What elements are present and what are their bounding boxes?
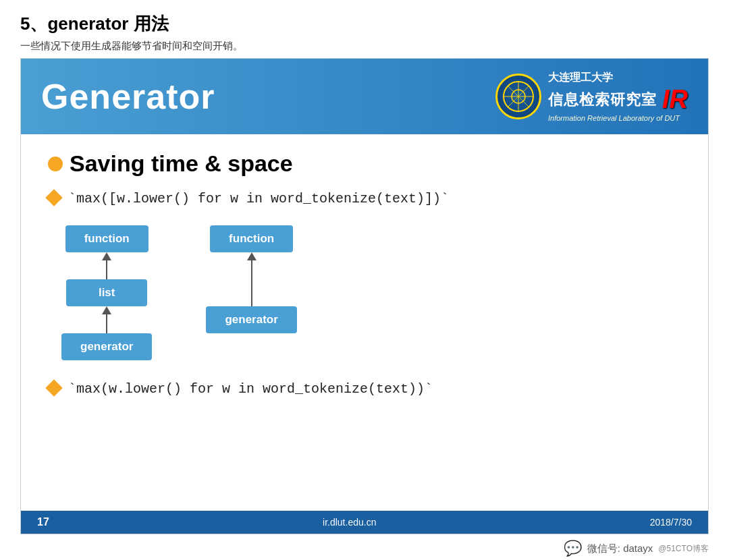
bullet2-code: `max(w.lower() for w in word_tokenize(te…: [68, 379, 433, 399]
diag-left-list: list: [66, 279, 147, 306]
arrow-shaft-right: [251, 260, 252, 306]
arrow-shaft-left-top: [106, 260, 107, 279]
diagram-area: function list generator function: [61, 225, 681, 360]
footer-right-group: 2018/7/30: [650, 517, 692, 528]
logo-lab-en: Information Retrieval Laboratory of DUT: [548, 114, 680, 122]
footer-date: 2018/7/30: [650, 517, 692, 528]
slide-header: Generator 大连理工大学 信息检索研究室: [21, 59, 708, 134]
slide-footer: 17 ir.dlut.edu.cn 2018/7/30: [21, 511, 708, 534]
bullet-item-2: `max(w.lower() for w in word_tokenize(te…: [48, 379, 681, 399]
slide-header-logo: 大连理工大学 信息检索研究室 IR Information Retrieval …: [495, 71, 688, 122]
diag-left-generator: generator: [61, 333, 152, 360]
bullet-item-1: `max([w.lower() for w in word_tokenize(t…: [48, 189, 681, 209]
footer-url: ir.dlut.edu.cn: [323, 517, 376, 528]
page-wrapper: 5、generator 用法 一些情况下使用生成器能够节省时间和空间开销。 Ge…: [0, 0, 729, 560]
diag-right-generator: generator: [206, 306, 296, 333]
source-label: @51CTO博客: [658, 543, 709, 555]
slide-body: Saving time & space `max([w.lower() for …: [21, 134, 708, 511]
orange-bullet-icon: [48, 157, 63, 171]
diag-right-function: function: [210, 225, 293, 252]
diamond-bullet-icon-1: [45, 189, 62, 206]
diagram-right: function generator: [206, 225, 296, 333]
university-emblem: [502, 80, 535, 113]
arrow-shaft-left-bot: [106, 314, 107, 333]
wechat-icon: 💬: [564, 540, 582, 557]
arrow-left-top: [102, 252, 111, 279]
diamond-bullet-icon-2: [45, 379, 62, 396]
arrow-left-bot: [102, 306, 111, 333]
top-area: 5、generator 用法 一些情况下使用生成器能够节省时间和空间开销。: [0, 0, 729, 58]
bullet1-code: `max([w.lower() for w in word_tokenize(t…: [68, 189, 449, 209]
slide-container: Generator 大连理工大学 信息检索研究室: [20, 58, 709, 534]
page-subtitle: 一些情况下使用生成器能够节省时间和空间开销。: [20, 40, 709, 53]
slide-title: Generator: [41, 76, 215, 117]
logo-text-block: 大连理工大学 信息检索研究室 IR Information Retrieval …: [548, 71, 688, 122]
saving-title-row: Saving time & space: [48, 150, 681, 177]
wechat-label: 微信号: datayx: [587, 542, 653, 555]
logo-university: 大连理工大学: [548, 71, 613, 85]
arrow-right: [247, 252, 256, 306]
diag-left-function: function: [65, 225, 148, 252]
page-title: 5、generator 用法: [20, 12, 709, 36]
logo-lab-cn: 信息检索研究室: [548, 90, 657, 110]
wechat-area: 💬 微信号: datayx @51CTO博客: [0, 534, 729, 560]
logo-ir: IR: [662, 85, 688, 114]
arrow-head-left-bot: [102, 306, 111, 314]
diagram-left: function list generator: [61, 225, 152, 360]
saving-title-text: Saving time & space: [70, 150, 293, 177]
arrow-head-right: [247, 252, 256, 260]
footer-page-number: 17: [37, 516, 49, 528]
arrow-head-left-top: [102, 252, 111, 260]
logo-circle-icon: [495, 74, 541, 119]
